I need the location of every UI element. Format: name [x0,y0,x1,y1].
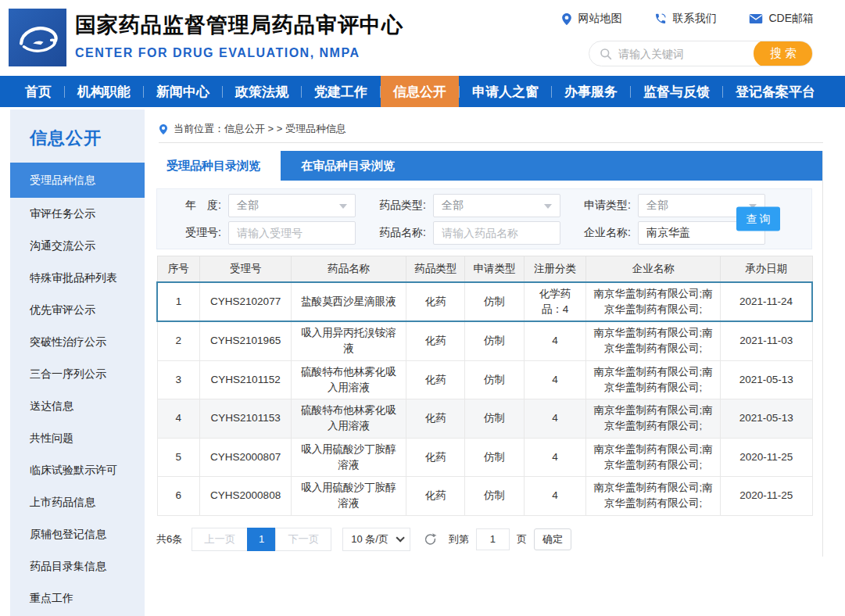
table-row[interactable]: 3CYHS2101152硫酸特布他林雾化吸入用溶液化药仿制4南京华盖制药有限公司… [157,360,812,399]
table-cell: 仿制 [465,477,524,516]
table-cell: 化药 [406,477,464,516]
sidebar-item-9[interactable]: 共性问题 [10,422,145,454]
filter-drug-type-label: 药品类型: [371,199,426,213]
search-icon [600,48,612,60]
table-cell: 南京华盖制药有限公司;南京华盖制药有限公司; [586,360,721,399]
current-page-button[interactable]: 1 [247,528,276,551]
nav-item-4[interactable]: 政策法规 [223,76,301,107]
sitemap-link-label: 网站地图 [578,12,621,26]
sidebar-item-3[interactable]: 沟通交流公示 [10,230,145,262]
table-cell: 4 [524,477,586,516]
sidebar-item-14[interactable]: 重点工作 [10,582,145,614]
nav-item-7[interactable]: 申请人之窗 [460,76,551,107]
site-header: 国家药品监督管理局药品审评中心 CENTER FOR DRUG EVALUATI… [0,0,845,76]
table-row[interactable]: 6CYHS2000808吸入用硫酸沙丁胺醇溶液化药仿制4南京华盖制药有限公司;南… [157,477,812,516]
site-search: 搜索 [589,41,813,66]
goto-page-input[interactable] [476,528,510,550]
pagination-total: 共6条 [156,532,182,546]
mail-link[interactable]: CDE邮箱 [749,12,814,26]
prev-page-button[interactable]: 上一页 [192,528,248,551]
drug-type-select[interactable]: 全部 [433,194,560,217]
site-title: 国家药品监督管理局药品审评中心 [75,11,403,39]
year-select[interactable]: 全部 [228,194,356,217]
goto-confirm-button[interactable]: 确定 [534,528,571,550]
table-cell: 硫酸特布他林雾化吸入用溶液 [292,360,406,399]
sidebar-item-4[interactable]: 特殊审批品种列表 [10,262,145,294]
location-pin-icon [561,13,572,26]
cde-logo[interactable] [9,9,66,66]
filter-company-label: 企业名称: [576,226,631,240]
breadcrumb-divider [159,142,823,143]
column-header: 注册分类 [524,256,586,282]
sidebar-title: 信息公开 [10,109,145,150]
sidebar-item-10[interactable]: 临床试验默示许可 [10,454,145,486]
table-cell: 仿制 [465,438,524,477]
sitemap-link[interactable]: 网站地图 [561,12,621,26]
table-row[interactable]: 5CYHS2000807吸入用硫酸沙丁胺醇溶液化药仿制4南京华盖制药有限公司;南… [157,438,812,477]
table-cell: 化药 [406,282,464,322]
mail-icon [749,13,763,24]
nav-item-9[interactable]: 监督与反馈 [631,76,722,107]
table-row[interactable]: 4CYHS2101153硫酸特布他林雾化吸入用溶液化药仿制4南京华盖制药有限公司… [157,399,812,439]
tab-under-review-catalog[interactable]: 在审品种目录浏览 [281,151,415,181]
table-cell: 2020-11-25 [721,477,812,516]
table-cell: 5 [157,438,199,477]
table-cell: 4 [524,321,586,360]
nav-item-3[interactable]: 新闻中心 [144,76,222,107]
nav-item-6[interactable]: 信息公开 [381,76,459,107]
table-cell: 盐酸莫西沙星滴眼液 [292,282,406,322]
filter-drug-name: 药品名称: [371,221,567,245]
drug-name-input[interactable] [433,221,560,245]
nav-item-2[interactable]: 机构职能 [65,76,143,107]
table-cell: 仿制 [465,399,524,439]
sidebar-item-12[interactable]: 原辅包登记信息 [10,518,145,550]
sidebar-item-5[interactable]: 优先审评公示 [10,294,145,326]
results-table: 序号受理号药品名称药品类型申请类型注册分类企业名称承办日期 1CYHS21020… [156,256,813,516]
table-cell: 化学药品：4 [524,282,586,322]
sidebar-item-7[interactable]: 三合一序列公示 [10,358,145,390]
table-cell: 南京华盖制药有限公司;南京华盖制药有限公司; [586,477,721,516]
main-nav: 首页机构职能新闻中心政策法规党建工作信息公开申请人之窗办事服务监督与反馈登记备案… [0,76,845,107]
table-row[interactable]: 2CYHS2101965吸入用异丙托溴铵溶液化药仿制4南京华盖制药有限公司;南京… [157,321,812,360]
table-cell: 4 [524,399,586,439]
page-size-select[interactable]: 10 条/页 [342,528,410,551]
nav-item-1[interactable]: 首页 [13,76,64,107]
nav-item-5[interactable]: 党建工作 [302,76,380,107]
column-header: 药品名称 [292,256,406,282]
table-cell: 4 [157,399,199,439]
sidebar-item-6[interactable]: 突破性治疗公示 [10,326,145,358]
sidebar-item-1[interactable]: 受理品种信息 [10,163,145,198]
table-cell: 2021-11-24 [721,282,812,322]
nav-item-8[interactable]: 办事服务 [552,76,630,107]
filter-row-2: 受理号: 药品名称: 企业名称: [157,219,811,246]
table-cell: 吸入用异丙托溴铵溶液 [292,321,406,360]
sidebar-item-11[interactable]: 上市药品信息 [10,486,145,518]
next-page-button[interactable]: 下一页 [275,528,331,551]
table-cell: 南京华盖制药有限公司;南京华盖制药有限公司; [586,321,721,360]
contact-link[interactable]: 联系我们 [654,12,716,26]
search-input[interactable] [618,48,754,60]
refresh-button[interactable] [424,532,437,546]
chevron-down-icon [544,204,552,209]
query-button[interactable]: 查询 [736,207,780,231]
sidebar-item-2[interactable]: 审评任务公示 [10,198,145,230]
table-cell: 2021-05-13 [721,399,812,439]
table-cell: CYHS2000808 [199,477,291,516]
table-cell: 1 [157,282,199,322]
search-button[interactable]: 搜索 [754,41,813,66]
table-cell: 吸入用硫酸沙丁胺醇溶液 [292,477,406,516]
column-header: 申请类型 [465,256,524,282]
site-subtitle: CENTER FOR DRUG EVALUATION, NMPA [75,46,403,60]
nav-item-10[interactable]: 登记备案平台 [723,76,828,107]
filter-row-1: 年 度: 全部 药品类型: 全部 申请类型: 全部 [157,192,811,219]
sidebar-item-13[interactable]: 药品目录集信息 [10,550,145,582]
drug-type-select-value: 全部 [442,199,464,213]
column-header: 药品类型 [406,256,464,282]
table-cell: 仿制 [465,321,524,360]
tab-accepted-catalog[interactable]: 受理品种目录浏览 [146,151,281,181]
table-row[interactable]: 1CYHS2102077盐酸莫西沙星滴眼液化药仿制化学药品：4南京华盖制药有限公… [157,282,812,322]
sidebar-list: 受理品种信息审评任务公示沟通交流公示特殊审批品种列表优先审评公示突破性治疗公示三… [10,163,145,614]
acceptance-no-input[interactable] [228,221,356,245]
sidebar-item-8[interactable]: 送达信息 [10,390,145,422]
table-cell: 吸入用硫酸沙丁胺醇溶液 [292,438,406,477]
